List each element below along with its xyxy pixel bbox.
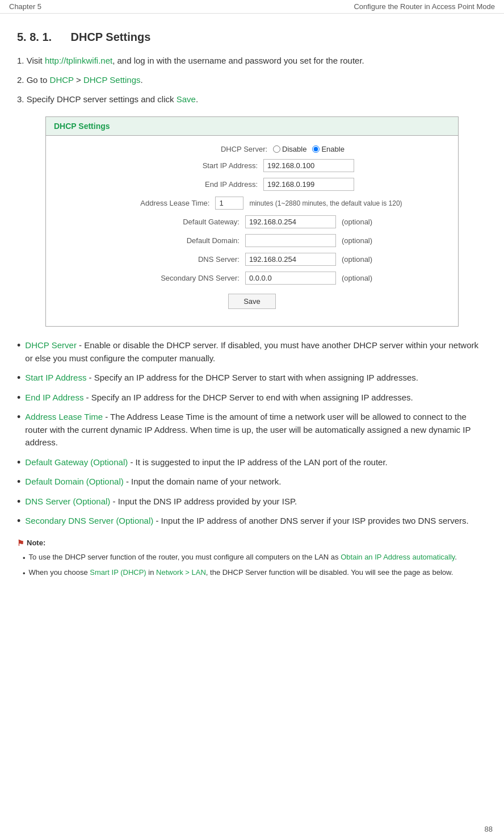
default-domain-row: Default Domain: (optional)	[57, 234, 447, 247]
network-lan-link[interactable]: Network > LAN	[156, 568, 206, 577]
start-ip-input[interactable]	[263, 159, 354, 172]
bullet-text: End IP Address - Specify an IP address f…	[25, 391, 487, 404]
dns-server-row: DNS Server: (optional)	[57, 253, 447, 266]
bullet-text: DHCP Server - Enable or disable the DHCP…	[25, 339, 487, 365]
dhcp-server-control: Disable Enable	[273, 145, 345, 153]
bullet-dot: •	[17, 372, 20, 385]
bullet-text: Default Gateway (Optional) - It is sugge…	[25, 456, 487, 469]
term-end-ip: End IP Address	[25, 393, 83, 402]
list-item-dhcp-server: • DHCP Server - Enable or disable the DH…	[17, 339, 487, 365]
end-ip-control	[263, 178, 354, 191]
default-gw-optional: (optional)	[342, 218, 372, 226]
intro-para-3: 3. Specify DHCP server settings and clic…	[17, 93, 487, 106]
term-dhcp-server: DHCP Server	[25, 340, 77, 350]
list-item-dns-server: • DNS Server (Optional) - Input the DNS …	[17, 495, 487, 508]
term-default-domain: Default Domain (Optional)	[25, 477, 123, 486]
lease-time-label: Address Lease Time:	[102, 199, 215, 207]
intro-para-2: 2. Go to DHCP > DHCP Settings.	[17, 73, 487, 87]
start-ip-row: Start IP Address:	[57, 159, 447, 172]
bullet-text: Address Lease Time - The Address Lease T…	[25, 411, 487, 449]
dhcp-disable-option[interactable]: Disable	[273, 145, 306, 153]
bullet-dot: •	[17, 496, 20, 508]
term-start-ip: Start IP Address	[25, 373, 86, 382]
default-domain-label: Default Domain:	[132, 236, 245, 245]
bullet-text: DNS Server (Optional) - Input the DNS IP…	[25, 495, 487, 508]
note-text-1: To use the DHCP server function of the r…	[29, 552, 457, 563]
secondary-dns-row: Secondary DNS Server: (optional)	[57, 272, 447, 285]
dhcp-enable-radio[interactable]	[312, 145, 320, 153]
note-item-2: • When you choose Smart IP (DHCP) in Net…	[23, 567, 487, 580]
secondary-dns-optional: (optional)	[342, 274, 372, 282]
bullet-dot: •	[17, 457, 20, 469]
section-number: 5. 8. 1.	[17, 31, 52, 43]
note-title: ⚑ Note:	[17, 537, 487, 549]
note-dot: •	[23, 568, 26, 580]
start-ip-control	[263, 159, 354, 172]
bullet-dot: •	[17, 340, 20, 352]
note-list: • To use the DHCP server function of the…	[17, 552, 487, 580]
main-content: 5. 8. 1. DHCP Settings 1. Visit http://t…	[0, 14, 504, 605]
list-item-end-ip: • End IP Address - Specify an IP address…	[17, 391, 487, 404]
note-text-2: When you choose Smart IP (DHCP) in Netwo…	[29, 567, 453, 579]
tplinkwifi-link[interactable]: http://tplinkwifi.net	[45, 56, 112, 65]
end-ip-input[interactable]	[263, 178, 354, 191]
obtain-ip-link[interactable]: Obtain an IP Address automatically	[341, 553, 455, 561]
list-item-start-ip: • Start IP Address - Specify an IP addre…	[17, 372, 487, 385]
default-gw-input[interactable]	[245, 215, 336, 228]
dhcp-enable-option[interactable]: Enable	[312, 145, 344, 153]
bullet-dot: •	[17, 411, 20, 424]
term-lease-time: Address Lease Time	[25, 412, 103, 421]
dhcp-server-row: DHCP Server: Disable Enable	[57, 145, 447, 153]
dhcp-server-label: DHCP Server:	[159, 145, 273, 153]
bullet-text: Default Domain (Optional) - Input the do…	[25, 475, 487, 489]
secondary-dns-control: (optional)	[245, 272, 372, 285]
chapter-title: Configure the Router in Access Point Mod…	[354, 2, 495, 11]
note-item-1: • To use the DHCP server function of the…	[23, 552, 487, 565]
dns-server-control: (optional)	[245, 253, 372, 266]
list-item-default-gw: • Default Gateway (Optional) - It is sug…	[17, 456, 487, 469]
page-number: 88	[485, 825, 493, 833]
bullet-dot: •	[17, 515, 20, 528]
chapter-label: Chapter 5	[9, 2, 41, 11]
dns-server-input[interactable]	[245, 253, 336, 266]
secondary-dns-input[interactable]	[245, 272, 336, 285]
intro-para-1: 1. Visit http://tplinkwifi.net, and log …	[17, 54, 487, 68]
save-button[interactable]: Save	[228, 294, 276, 309]
dhcp-form: DHCP Server: Disable Enable Start IP Add…	[46, 136, 458, 326]
page-header: Chapter 5 Configure the Router in Access…	[0, 0, 504, 14]
save-button-row: Save	[57, 294, 447, 315]
default-gw-label: Default Gateway:	[132, 218, 245, 226]
start-ip-label: Start IP Address:	[150, 161, 263, 170]
default-domain-optional: (optional)	[342, 236, 372, 245]
smart-ip-link[interactable]: Smart IP (DHCP)	[90, 568, 146, 577]
lease-time-control: minutes (1~2880 minutes, the default val…	[215, 197, 402, 210]
feature-list: • DHCP Server - Enable or disable the DH…	[17, 339, 487, 528]
lease-time-row: Address Lease Time: minutes (1~2880 minu…	[57, 197, 447, 210]
lease-time-input[interactable]	[215, 197, 243, 210]
note-icon: ⚑	[17, 537, 24, 549]
term-secondary-dns: Secondary DNS Server (Optional)	[25, 516, 153, 525]
lease-time-hint: minutes (1~2880 minutes, the default val…	[249, 199, 402, 207]
section-heading: 5. 8. 1. DHCP Settings	[17, 31, 487, 44]
end-ip-row: End IP Address:	[57, 178, 447, 191]
term-default-gw: Default Gateway (Optional)	[25, 457, 128, 467]
bullet-text: Start IP Address - Specify an IP address…	[25, 372, 487, 385]
default-gw-control: (optional)	[245, 215, 372, 228]
note-section: ⚑ Note: • To use the DHCP server functio…	[17, 537, 487, 580]
dhcp-disable-radio[interactable]	[273, 145, 280, 153]
bullet-text: Secondary DNS Server (Optional) - Input …	[25, 515, 487, 528]
dns-server-optional: (optional)	[342, 255, 372, 264]
section-title: DHCP Settings	[71, 31, 151, 43]
list-item-secondary-dns: • Secondary DNS Server (Optional) - Inpu…	[17, 515, 487, 528]
list-item-lease-time: • Address Lease Time - The Address Lease…	[17, 411, 487, 449]
dhcp-settings-box: DHCP Settings DHCP Server: Disable Enabl…	[45, 116, 459, 327]
end-ip-label: End IP Address:	[150, 180, 263, 189]
note-dot: •	[23, 553, 26, 565]
bullet-dot: •	[17, 476, 20, 489]
dns-server-label: DNS Server:	[132, 255, 245, 264]
default-gw-row: Default Gateway: (optional)	[57, 215, 447, 228]
term-dns-server: DNS Server (Optional)	[25, 496, 110, 506]
dhcp-box-title: DHCP Settings	[46, 117, 458, 136]
default-domain-control: (optional)	[245, 234, 372, 247]
default-domain-input[interactable]	[245, 234, 336, 247]
